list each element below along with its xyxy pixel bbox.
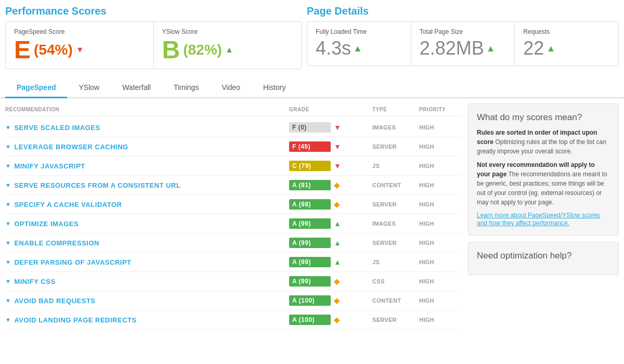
rec-priority-1: HIGH [419,144,461,150]
rec-type-8: CSS [372,278,419,284]
rec-expand-arrow-5: ▼ [5,220,11,227]
grade-indicator-2: ▼ [334,162,341,170]
table-row: ▼ Avoid bad requests A (100) ◆ CONTENT H… [5,291,461,310]
rec-label-5: Optimize images [14,220,79,228]
rec-grade-5: A (99) ▲ [289,218,372,229]
grade-bar-1: F (45) [289,141,331,152]
rec-type-5: IMAGES [372,220,419,227]
rec-priority-2: HIGH [419,163,461,169]
rec-expand-arrow-3: ▼ [5,182,11,188]
rec-label-10: Avoid landing page redirects [14,316,136,324]
tab-yslow[interactable]: YSlow [67,78,111,98]
grade-indicator-5: ▲ [334,219,341,228]
sidebar-scores-box: What do my scores mean? Rules are sorted… [468,103,619,236]
detail-loaded-label: Fully Loaded Time [316,28,402,35]
rec-expand-arrow-2: ▼ [5,163,11,169]
rec-expand-arrow-7: ▼ [5,259,11,265]
sidebar-optimization-box: Need optimization help? [468,242,619,275]
rec-label-2: Minify JavaScript [14,162,85,170]
yslow-pct: (82%) [183,42,222,58]
col-type-header: TYPE [372,107,419,112]
detail-requests-value: 22 ▲ [523,37,610,59]
tab-timings[interactable]: Timings [162,78,211,98]
sidebar-box2-title: Need optimization help? [477,251,610,261]
rec-grade-9: A (100) ◆ [289,295,372,306]
rec-priority-5: HIGH [419,220,461,227]
rec-type-2: JS [372,163,419,169]
tabs-section: PageSpeedYSlowWaterfallTimingsVideoHisto… [0,78,624,98]
grade-bar-4: A (98) [289,199,331,210]
table-row: ▼ Serve scaled images F (0) ▼ IMAGES HIG… [5,118,461,137]
scores-box: PageSpeed Score E (54%) ▼ YSlow Score B … [5,21,302,69]
grade-indicator-10: ◆ [334,316,340,324]
detail-loaded-num: 4.3s [316,37,351,59]
rec-priority-3: HIGH [419,182,461,188]
rec-name-5[interactable]: ▼ Optimize images [5,220,289,228]
grade-bar-9: A (100) [289,295,331,306]
tab-waterfall[interactable]: Waterfall [111,78,162,98]
rec-type-6: SERVER [372,240,419,246]
tab-history[interactable]: History [252,78,297,98]
main-content: RECOMMENDATION GRADE TYPE PRIORITY ▼ Ser… [0,98,624,335]
rec-type-7: JS [372,259,419,265]
table-row: ▼ Minify CSS A (99) ◆ CSS HIGH [5,272,461,291]
grade-bar-3: A (91) [289,180,331,190]
yslow-value: B (82%) ▲ [162,37,293,62]
rec-grade-2: C (79) ▼ [289,161,372,171]
rec-name-10[interactable]: ▼ Avoid landing page redirects [5,316,289,324]
tabs-bar: PageSpeedYSlowWaterfallTimingsVideoHisto… [5,78,619,97]
pagespeed-trend: ▼ [76,45,84,55]
rec-name-3[interactable]: ▼ Serve resources from a consistent URL [5,181,289,189]
rec-grade-6: A (99) ▲ [289,238,372,248]
detail-requests-label: Requests [523,28,610,35]
rec-name-7[interactable]: ▼ Defer parsing of JavaScript [5,258,289,266]
rec-name-4[interactable]: ▼ Specify a cache validator [5,201,289,209]
rec-name-9[interactable]: ▼ Avoid bad requests [5,297,289,305]
tab-video[interactable]: Video [210,78,252,98]
rec-grade-7: A (99) ▲ [289,257,372,267]
rec-expand-arrow-8: ▼ [5,278,11,284]
rec-label-8: Minify CSS [14,278,55,285]
sidebar-box1-para2: Not every recommendation will apply to y… [477,160,610,207]
detail-requests-trend: ▲ [546,43,555,54]
rec-priority-10: HIGH [419,317,461,323]
rec-name-1[interactable]: ▼ Leverage browser caching [5,143,289,151]
grade-indicator-8: ◆ [334,277,340,285]
rec-label-0: Serve scaled images [14,124,100,132]
detail-loaded-value: 4.3s ▲ [316,37,402,59]
page-details-panel: Page Details Fully Loaded Time 4.3s ▲ To… [307,5,619,69]
tab-pagespeed[interactable]: PageSpeed [5,78,67,98]
table-row: ▼ Avoid landing page redirects A (100) ◆… [5,310,461,330]
rec-name-0[interactable]: ▼ Serve scaled images [5,124,289,132]
rec-name-2[interactable]: ▼ Minify JavaScript [5,162,289,170]
yslow-label: YSlow Score [162,28,293,35]
sidebar: What do my scores mean? Rules are sorted… [468,103,619,330]
detail-size-label: Total Page Size [420,28,506,35]
rec-rows-container: ▼ Serve scaled images F (0) ▼ IMAGES HIG… [5,118,461,330]
yslow-letter: B [162,37,180,62]
sidebar-learn-link[interactable]: Learn more about PageSpeed/YSlow scores … [477,212,600,227]
grade-indicator-6: ▲ [334,239,341,247]
pagespeed-pct: (54%) [34,42,73,58]
col-rec-header: RECOMMENDATION [5,107,289,112]
pagespeed-value: E (54%) ▼ [14,37,145,62]
pagespeed-score-item: PageSpeed Score E (54%) ▼ [6,22,154,69]
table-row: ▼ Serve resources from a consistent URL … [5,176,461,195]
rec-name-8[interactable]: ▼ Minify CSS [5,278,289,285]
rec-type-9: CONTENT [372,297,419,304]
grade-indicator-1: ▼ [334,142,341,151]
rec-grade-0: F (0) ▼ [289,122,372,133]
rec-label-7: Defer parsing of JavaScript [14,258,131,266]
table-row: ▼ Specify a cache validator A (98) ◆ SER… [5,195,461,214]
grade-bar-7: A (99) [289,257,331,267]
rec-priority-6: HIGH [419,240,461,246]
rec-label-6: Enable compression [14,239,99,247]
table-row: ▼ Leverage browser caching F (45) ▼ SERV… [5,137,461,157]
rec-expand-arrow-1: ▼ [5,144,11,150]
col-grade-header: GRADE [289,107,372,112]
rec-priority-7: HIGH [419,259,461,265]
rec-name-6[interactable]: ▼ Enable compression [5,239,289,247]
rec-expand-arrow-0: ▼ [5,124,11,131]
rec-label-4: Specify a cache validator [14,201,122,209]
rec-grade-1: F (45) ▼ [289,141,372,152]
